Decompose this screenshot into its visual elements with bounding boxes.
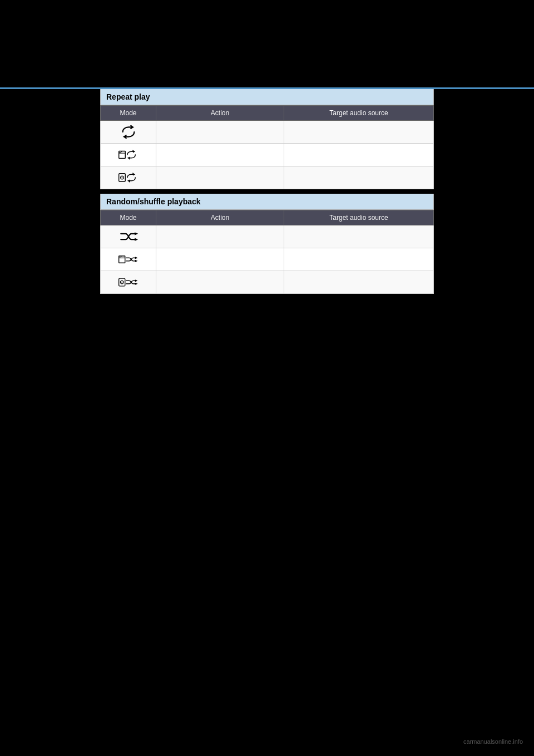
shuffle-all-icon [118, 230, 139, 243]
shuffle-play-header: Random/shuffle playback [100, 194, 434, 210]
table-row [101, 225, 434, 248]
repeat-row2-target [284, 144, 434, 166]
table-row [101, 248, 434, 271]
repeat-row1-mode [101, 121, 156, 144]
shuffle-row1-target [284, 225, 434, 248]
repeat-row1-target [284, 121, 434, 144]
shuffle-play-section: Random/shuffle playback Mode Action Targ… [100, 194, 434, 294]
shuffle-play-title: Random/shuffle playback [106, 197, 201, 206]
svg-marker-9 [127, 180, 129, 182]
repeat-play-section: Repeat play Mode Action Target audio sou… [100, 89, 434, 189]
svg-marker-11 [135, 232, 138, 235]
svg-marker-19 [135, 279, 137, 282]
shuffle-folder-icon [118, 253, 139, 266]
shuffle-row2-mode [101, 248, 156, 271]
shuffle-play-table: Mode Action Target audio source [100, 210, 434, 294]
table-row [101, 121, 434, 144]
repeat-table-header-row: Mode Action Target audio source [101, 106, 434, 121]
repeat-play-table: Mode Action Target audio source [100, 105, 434, 189]
table-row [101, 271, 434, 294]
svg-marker-18 [135, 283, 137, 285]
section-gap [100, 189, 434, 194]
repeat-row2-mode [101, 144, 156, 166]
repeat-row3-mode [101, 166, 156, 189]
svg-marker-8 [132, 173, 135, 175]
repeat-col-mode: Mode [101, 106, 156, 121]
repeat-row1-action [156, 121, 284, 144]
svg-marker-0 [131, 126, 134, 129]
repeat-col-action: Action [156, 106, 284, 121]
watermark: carmanualsonline.info [463, 738, 523, 745]
svg-marker-13 [135, 260, 137, 262]
page-content: Repeat play Mode Action Target audio sou… [100, 89, 434, 294]
shuffle-disc-icon [118, 276, 139, 289]
repeat-play-header: Repeat play [100, 89, 434, 105]
shuffle-table-header-row: Mode Action Target audio source [101, 210, 434, 225]
table-row [101, 144, 434, 166]
shuffle-row2-target [284, 248, 434, 271]
table-row [101, 166, 434, 189]
repeat-row3-target [284, 166, 434, 189]
svg-point-7 [121, 177, 122, 178]
svg-marker-4 [127, 157, 129, 159]
repeat-disc-icon [118, 171, 139, 184]
repeat-row3-action [156, 166, 284, 189]
shuffle-row3-action [156, 271, 284, 294]
shuffle-col-action: Action [156, 210, 284, 225]
shuffle-row1-mode [101, 225, 156, 248]
svg-point-17 [121, 282, 122, 283]
shuffle-row3-target [284, 271, 434, 294]
svg-marker-3 [132, 150, 135, 153]
shuffle-row3-mode [101, 271, 156, 294]
repeat-row2-action [156, 144, 284, 166]
svg-marker-1 [122, 135, 126, 138]
shuffle-col-target: Target audio source [284, 210, 434, 225]
repeat-col-target: Target audio source [284, 106, 434, 121]
repeat-play-title: Repeat play [106, 92, 150, 101]
repeat-folder-icon [118, 148, 139, 161]
repeat-all-icon [118, 125, 139, 139]
svg-marker-10 [135, 238, 138, 241]
shuffle-row1-action [156, 225, 284, 248]
shuffle-col-mode: Mode [101, 210, 156, 225]
shuffle-row2-action [156, 248, 284, 271]
svg-marker-14 [135, 257, 137, 259]
